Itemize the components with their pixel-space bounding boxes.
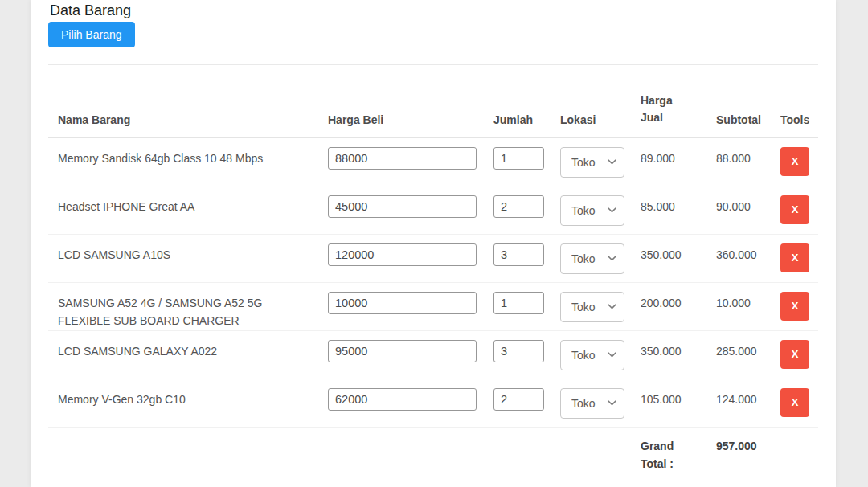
jumlah-input[interactable] (493, 340, 544, 362)
subtotal-cell: 10.000 (706, 282, 771, 330)
table-row: Memory V-Gen 32gb C10 Toko 105.000 124.0… (48, 379, 818, 427)
harga-jual-cell: 350.000 (631, 330, 706, 379)
harga-jual-cell: 89.000 (631, 137, 706, 186)
harga-beli-input[interactable] (328, 195, 477, 218)
items-table-wrap: Nama Barang Harga Beli Jumlah Lokasi Har… (48, 65, 818, 481)
column-header-harga-jual: Harga Jual (631, 65, 706, 137)
lokasi-select[interactable]: Toko (560, 195, 624, 226)
nama-barang-cell: Memory V-Gen 32gb C10 (48, 379, 318, 427)
table-row: LCD SAMSUNG GALAXY A022 Toko 350.000 285… (48, 330, 818, 379)
page-title: Data Barang (50, 2, 818, 20)
grand-total-row: Grand Total : 957.000 (48, 427, 818, 481)
chevron-down-icon (608, 400, 616, 406)
lokasi-selected-value: Toko (571, 395, 596, 412)
lokasi-selected-value: Toko (571, 250, 596, 268)
harga-jual-cell: 85.000 (631, 186, 706, 234)
table-header-row: Nama Barang Harga Beli Jumlah Lokasi Har… (48, 65, 818, 137)
lokasi-select[interactable]: Toko (560, 244, 624, 274)
lokasi-selected-value: Toko (571, 346, 596, 364)
lokasi-selected-value: Toko (571, 202, 596, 219)
nama-barang-cell: Memory Sandisk 64gb Class 10 48 Mbps (48, 137, 318, 186)
nama-barang-cell: LCD SAMSUNG GALAXY A022 (48, 330, 318, 379)
delete-row-button[interactable]: X (780, 388, 809, 417)
delete-row-button[interactable]: X (780, 340, 809, 369)
table-row: Headset IPHONE Great AA Toko 85.000 90.0… (48, 186, 818, 234)
table-row: SAMSUNG A52 4G / SAMSUNG A52 5G FLEXIBLE… (48, 282, 818, 330)
delete-row-button[interactable]: X (780, 195, 809, 224)
subtotal-cell: 90.000 (706, 186, 771, 234)
data-barang-card: Data Barang Pilih Barang Nama Barang Har… (31, 0, 836, 487)
jumlah-input[interactable] (493, 388, 544, 411)
harga-beli-input[interactable] (328, 147, 477, 170)
column-header-lokasi: Lokasi (551, 65, 631, 137)
harga-beli-input[interactable] (328, 244, 477, 266)
harga-jual-cell: 105.000 (631, 379, 706, 427)
delete-row-button[interactable]: X (780, 244, 809, 272)
column-header-nama-barang: Nama Barang (48, 65, 318, 137)
column-header-harga-beli: Harga Beli (318, 65, 484, 137)
lokasi-selected-value: Toko (571, 298, 596, 316)
subtotal-cell: 285.000 (706, 330, 771, 379)
lokasi-selected-value: Toko (571, 153, 596, 171)
chevron-down-icon (608, 352, 616, 358)
harga-beli-input[interactable] (328, 340, 477, 362)
column-header-jumlah: Jumlah (484, 65, 551, 137)
lokasi-select[interactable]: Toko (560, 292, 624, 322)
harga-beli-input[interactable] (328, 292, 477, 314)
card-header: Data Barang Pilih Barang (31, 0, 836, 65)
column-header-subtotal: Subtotal (706, 65, 771, 137)
grand-total-value: 957.000 (706, 427, 771, 481)
subtotal-cell: 124.000 (706, 379, 771, 427)
nama-barang-cell: SAMSUNG A52 4G / SAMSUNG A52 5G FLEXIBLE… (48, 282, 318, 330)
items-table: Nama Barang Harga Beli Jumlah Lokasi Har… (48, 65, 818, 481)
subtotal-cell: 88.000 (706, 137, 771, 186)
chevron-down-icon (608, 304, 616, 309)
chevron-down-icon (608, 207, 616, 213)
harga-jual-cell: 350.000 (631, 234, 706, 282)
harga-beli-input[interactable] (328, 388, 477, 411)
lokasi-select[interactable]: Toko (560, 340, 624, 370)
harga-jual-cell: 200.000 (631, 282, 706, 330)
jumlah-input[interactable] (493, 292, 544, 314)
column-header-tools: Tools (771, 65, 818, 137)
pilih-barang-button[interactable]: Pilih Barang (48, 22, 135, 47)
delete-row-button[interactable]: X (780, 292, 809, 321)
jumlah-input[interactable] (493, 244, 544, 266)
chevron-down-icon (608, 159, 616, 165)
table-row: LCD SAMSUNG A10S Toko 350.000 360.000 X (48, 234, 818, 282)
grand-total-label: Grand Total : (631, 427, 706, 481)
subtotal-cell: 360.000 (706, 234, 771, 282)
nama-barang-cell: LCD SAMSUNG A10S (48, 234, 318, 282)
jumlah-input[interactable] (493, 147, 544, 170)
lokasi-select[interactable]: Toko (560, 388, 624, 419)
jumlah-input[interactable] (493, 195, 544, 218)
chevron-down-icon (608, 256, 616, 261)
table-body: Memory Sandisk 64gb Class 10 48 Mbps Tok… (48, 137, 818, 427)
table-row: Memory Sandisk 64gb Class 10 48 Mbps Tok… (48, 137, 818, 186)
nama-barang-cell: Headset IPHONE Great AA (48, 186, 318, 234)
delete-row-button[interactable]: X (780, 147, 809, 176)
lokasi-select[interactable]: Toko (560, 147, 624, 178)
